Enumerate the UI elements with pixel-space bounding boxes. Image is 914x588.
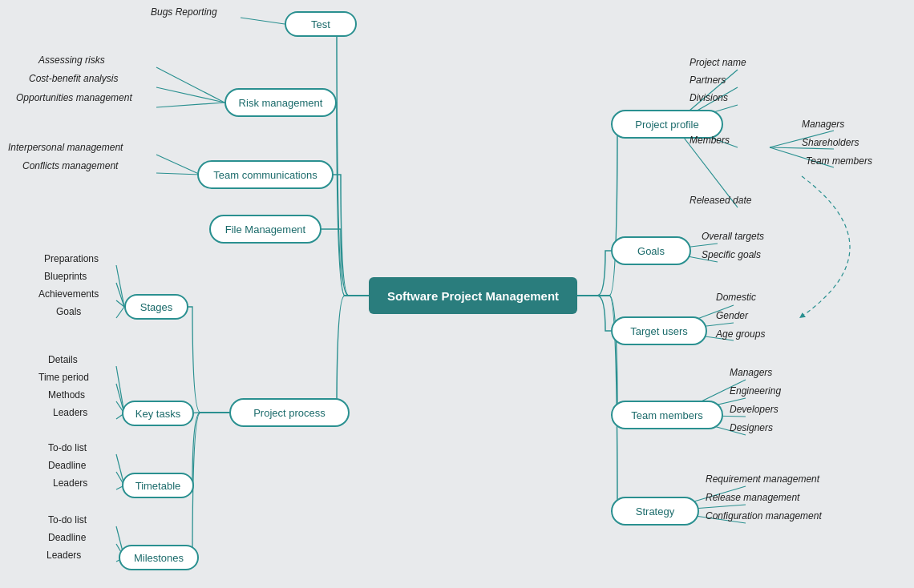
leaf-bugs-reporting: Bugs Reporting — [151, 6, 217, 18]
leaf-age-groups: Age groups — [716, 328, 765, 340]
project-process-label: Project process — [253, 407, 326, 419]
leaf-released-date: Released date — [690, 195, 751, 206]
svg-line-29 — [116, 307, 124, 318]
leaf-leaders-ms: Leaders — [47, 550, 81, 561]
key-tasks-node: Key tasks — [122, 401, 194, 426]
leaf-leaders-kt: Leaders — [53, 407, 87, 418]
leaf-release-mgmt: Release management — [706, 492, 799, 503]
leaf-divisions: Divisions — [690, 92, 728, 103]
leaf-specific-goals: Specific goals — [702, 249, 761, 260]
timetable-label: Timetable — [135, 480, 181, 492]
leaf-domestic: Domestic — [716, 292, 756, 303]
leaf-designers: Designers — [730, 422, 773, 433]
leaf-managers-tm: Managers — [730, 367, 772, 378]
center-label: Software Project Management — [387, 289, 559, 303]
leaf-deadline-tt: Deadline — [48, 460, 86, 471]
leaf-members: Members — [690, 135, 730, 146]
target-users-node: Target users — [611, 316, 707, 345]
strategy-node: Strategy — [611, 497, 699, 526]
leaf-deadline-ms: Deadline — [48, 532, 86, 543]
stages-label: Stages — [140, 301, 172, 313]
svg-line-28 — [116, 300, 124, 307]
leaf-goals-stages: Goals — [56, 306, 81, 317]
svg-line-25 — [156, 173, 200, 175]
svg-line-21 — [156, 67, 224, 103]
leaf-team-members-pp: Team members — [806, 155, 872, 167]
leaf-methods: Methods — [48, 389, 85, 401]
svg-line-22 — [156, 87, 224, 103]
leaf-blueprints: Blueprints — [44, 271, 87, 282]
stages-node: Stages — [124, 294, 188, 320]
svg-line-24 — [156, 155, 200, 175]
leaf-assessing-risks: Assessing risks — [38, 54, 105, 66]
leaf-interpersonal: Interpersonal management — [8, 142, 123, 153]
key-tasks-label: Key tasks — [135, 408, 180, 420]
target-users-label: Target users — [630, 325, 688, 337]
goals-node: Goals — [611, 236, 691, 265]
leaf-requirement-mgmt: Requirement management — [706, 473, 819, 485]
leaf-gender: Gender — [716, 310, 748, 321]
svg-line-20 — [241, 18, 285, 24]
leaf-overall-targets: Overall targets — [702, 231, 764, 242]
strategy-label: Strategy — [636, 505, 674, 518]
team-members-node: Team members — [611, 401, 723, 429]
milestones-label: Milestones — [134, 552, 184, 564]
milestones-node: Milestones — [119, 545, 199, 570]
project-profile-label: Project profile — [635, 119, 698, 131]
leaf-cost-benefit: Cost-benefit analysis — [29, 73, 118, 84]
center-node: Software Project Management — [369, 277, 577, 314]
leaf-engineering: Engineering — [730, 385, 781, 397]
leaf-partners: Partners — [690, 75, 726, 86]
leaf-developers: Developers — [730, 404, 779, 415]
team-comms-node: Team communications — [197, 160, 334, 189]
leaf-config-mgmt: Configuration management — [706, 510, 822, 522]
risk-management-label: Risk management — [239, 97, 323, 109]
leaf-todo-tt: To-do list — [48, 442, 87, 453]
leaf-preparations: Preparations — [44, 253, 99, 264]
test-label: Test — [311, 18, 330, 30]
project-process-node: Project process — [229, 398, 350, 427]
leaf-todo-ms: To-do list — [48, 514, 87, 526]
timetable-node: Timetable — [122, 473, 194, 498]
svg-line-23 — [156, 103, 224, 107]
goals-label: Goals — [637, 245, 665, 257]
leaf-details: Details — [48, 354, 78, 365]
leaf-leaders-tt: Leaders — [53, 477, 87, 489]
leaf-achievements: Achievements — [38, 288, 99, 300]
file-management-label: File Management — [225, 224, 305, 236]
team-members-label: Team members — [631, 409, 703, 421]
leaf-project-name: Project name — [690, 57, 746, 68]
team-comms-label: Team communications — [213, 169, 317, 181]
test-node: Test — [285, 11, 357, 37]
svg-line-27 — [116, 283, 124, 307]
leaf-opportunities: Opportunities management — [16, 92, 132, 103]
leaf-shareholders: Shareholders — [802, 137, 859, 148]
leaf-time-period: Time period — [38, 372, 89, 383]
leaf-conflicts: Conflicts management — [22, 160, 118, 171]
file-management-node: File Management — [209, 215, 322, 244]
leaf-managers-pp: Managers — [802, 119, 844, 130]
risk-management-node: Risk management — [224, 88, 337, 117]
svg-line-26 — [116, 265, 124, 307]
